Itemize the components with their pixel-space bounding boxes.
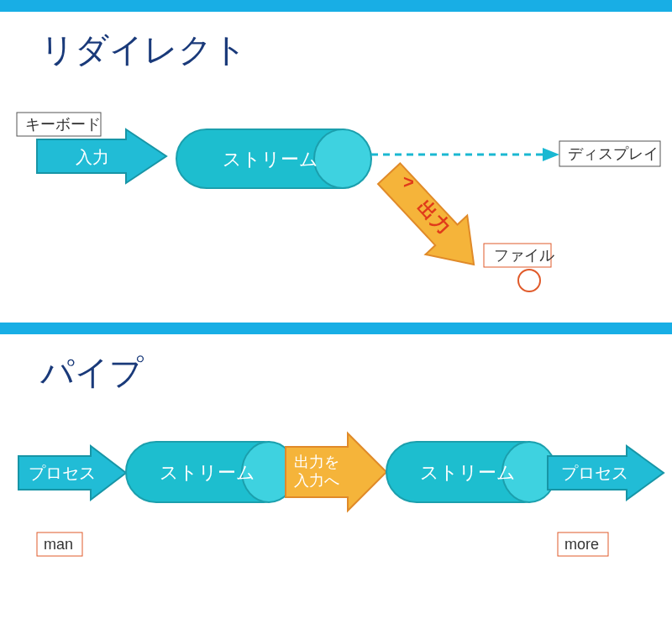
input-arrow-text: 入力 [76, 148, 109, 166]
process-left-arrow: プロセス [18, 446, 126, 500]
slide-redirect: リダイレクト キーボード 入力 ストリーム ディスプレイ > 出力 ファイル [0, 0, 672, 323]
stream-left-pill: ストリーム [126, 442, 296, 502]
pipe-diagram: プロセス ストリーム 出力を 入力へ ストリーム プロセス man [0, 334, 672, 619]
stream-pill: ストリーム [176, 129, 371, 188]
file-text: ファイル [494, 247, 554, 264]
pipe-arrow-line1: 出力を [294, 454, 339, 470]
pipe-arrow: 出力を 入力へ [286, 433, 386, 511]
cmd-right-text: more [564, 536, 599, 553]
stream-right-text: ストリーム [420, 462, 516, 483]
keyboard-text: キーボード [25, 116, 101, 133]
stream-text: ストリーム [223, 149, 318, 170]
slide-pipe: パイプ プロセス ストリーム 出力を 入力へ ストリーム プロセス [0, 323, 672, 619]
svg-point-2 [314, 129, 371, 188]
process-right-arrow: プロセス [548, 446, 664, 500]
redirect-diagram: キーボード 入力 ストリーム ディスプレイ > 出力 ファイル [0, 12, 672, 323]
redirect-symbol: > [403, 171, 414, 192]
display-text: ディスプレイ [568, 145, 659, 162]
process-left-text: プロセス [29, 464, 96, 482]
pipe-arrow-line2: 入力へ [294, 472, 339, 489]
process-right-text: プロセス [561, 464, 628, 482]
stream-left-text: ストリーム [160, 462, 255, 483]
stream-right-pill: ストリーム [386, 442, 556, 502]
input-arrow: 入力 [37, 129, 166, 183]
cmd-left-text: man [44, 536, 73, 553]
file-circle-icon [518, 270, 540, 291]
dashed-arrow-head [543, 148, 559, 161]
